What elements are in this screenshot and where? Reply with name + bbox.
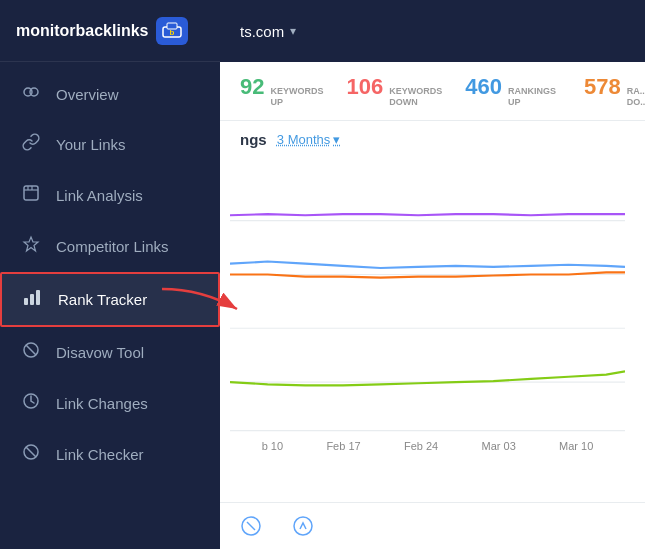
sidebar-item-label-link-checker: Link Checker: [56, 446, 144, 463]
link-changes-icon: [20, 392, 42, 415]
stat-label-rankings-down: RA...DO...: [627, 86, 645, 108]
period-label: 3 Months: [277, 132, 330, 147]
main-header: ts.com ▾: [220, 0, 645, 62]
stat-number-rankings-up: 460: [465, 74, 502, 100]
svg-text:b: b: [170, 28, 175, 37]
main-content: ts.com ▾ 92 KEYWORDSUP 106 KEYWORDSDOWN …: [220, 0, 645, 549]
link-analysis-icon: [20, 184, 42, 207]
x-label-4: Mar 10: [559, 440, 593, 452]
chart-area: ngs 3 Months ▾: [220, 121, 645, 502]
svg-line-25: [247, 522, 255, 530]
stat-keywords-up: 92 KEYWORDSUP: [240, 74, 318, 108]
sidebar-item-link-changes[interactable]: Link Changes: [0, 378, 220, 429]
disavow-tool-icon: [20, 341, 42, 364]
logo-icon: b: [156, 17, 188, 45]
x-label-3: Mar 03: [482, 440, 516, 452]
sidebar-item-link-checker[interactable]: Link Checker: [0, 429, 220, 480]
svg-rect-10: [24, 298, 28, 305]
period-selector[interactable]: 3 Months ▾: [277, 132, 340, 147]
svg-rect-5: [24, 186, 38, 200]
chart-container: [230, 156, 625, 436]
sidebar-item-disavow-tool[interactable]: Disavow Tool: [0, 327, 220, 378]
chevron-down-icon: ▾: [290, 24, 296, 38]
bottom-icon-1: [240, 515, 262, 537]
sidebar-item-rank-tracker[interactable]: Rank Tracker: [0, 272, 220, 327]
sidebar-item-label-your-links: Your Links: [56, 136, 126, 153]
sidebar-item-your-links[interactable]: Your Links: [0, 119, 220, 170]
stat-rankings-up: 460 RANKINGSUP: [465, 74, 556, 108]
chart-svg: [230, 156, 625, 436]
stat-number-keywords-down: 106: [346, 74, 383, 100]
period-chevron-icon: ▾: [333, 132, 340, 147]
domain-name: ts.com: [240, 23, 284, 40]
bottom-icons-strip: [220, 502, 645, 549]
stat-label-keywords-up: KEYWORDSUP: [270, 86, 318, 108]
stat-rankings-down: 578 RA...DO...: [584, 74, 645, 108]
sidebar: monitorbacklinks b Overview: [0, 0, 220, 549]
svg-line-18: [26, 447, 36, 457]
x-axis-labels: b 10 Feb 17 Feb 24 Mar 03 Mar 10: [230, 436, 625, 452]
svg-point-26: [294, 517, 312, 535]
stats-bar: 92 KEYWORDSUP 106 KEYWORDSDOWN 460 RANKI…: [220, 62, 645, 121]
rank-tracker-icon: [22, 288, 44, 311]
link-checker-icon: [20, 443, 42, 466]
logo-text: monitorbacklinks: [16, 22, 148, 40]
bottom-icon-1-svg: [240, 515, 262, 537]
chart-title: ngs: [240, 131, 271, 148]
svg-point-4: [30, 88, 38, 96]
svg-line-15: [26, 345, 36, 355]
sidebar-item-label-rank-tracker: Rank Tracker: [58, 291, 147, 308]
sidebar-item-competitor-links[interactable]: Competitor Links: [0, 221, 220, 272]
sidebar-item-label-link-changes: Link Changes: [56, 395, 148, 412]
sidebar-item-link-analysis[interactable]: Link Analysis: [0, 170, 220, 221]
sidebar-item-label-disavow-tool: Disavow Tool: [56, 344, 144, 361]
sidebar-item-label-competitor-links: Competitor Links: [56, 238, 169, 255]
x-label-2: Feb 24: [404, 440, 438, 452]
chart-header: ngs 3 Months ▾: [230, 131, 625, 148]
x-label-1: Feb 17: [326, 440, 360, 452]
bottom-icon-2-svg: [292, 515, 314, 537]
logo-area: monitorbacklinks b: [0, 0, 220, 62]
logo-bold-text: backlinks: [76, 22, 149, 39]
svg-rect-11: [30, 294, 34, 305]
your-links-icon: [20, 133, 42, 156]
stat-number-rankings-down: 578: [584, 74, 621, 100]
sidebar-item-label-overview: Overview: [56, 86, 119, 103]
svg-marker-9: [24, 237, 38, 251]
sidebar-nav: Overview Your Links Link A: [0, 62, 220, 480]
competitor-links-icon: [20, 235, 42, 258]
stat-keywords-down: 106 KEYWORDSDOWN: [346, 74, 437, 108]
sidebar-item-overview[interactable]: Overview: [0, 70, 220, 119]
logo-normal-text: monitor: [16, 22, 76, 39]
bottom-icon-2: [292, 515, 314, 537]
stat-label-rankings-up: RANKINGSUP: [508, 86, 556, 108]
domain-selector[interactable]: ts.com ▾: [240, 23, 296, 40]
stat-number-keywords-up: 92: [240, 74, 264, 100]
stat-label-keywords-down: KEYWORDSDOWN: [389, 86, 437, 108]
x-label-0: b 10: [262, 440, 283, 452]
overview-icon: [20, 84, 42, 105]
svg-rect-12: [36, 290, 40, 305]
sidebar-item-label-link-analysis: Link Analysis: [56, 187, 143, 204]
